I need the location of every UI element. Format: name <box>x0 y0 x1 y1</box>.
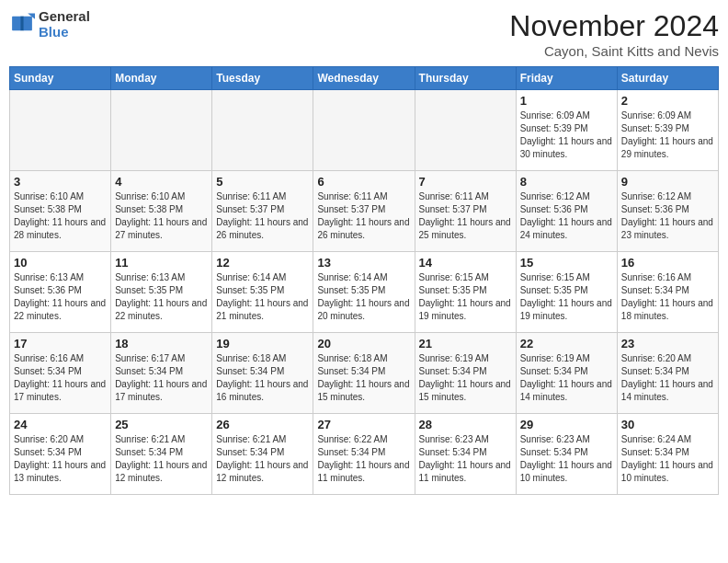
day-info: Sunrise: 6:13 AM Sunset: 5:36 PM Dayligh… <box>14 271 107 323</box>
calendar-table: SundayMondayTuesdayWednesdayThursdayFrid… <box>9 66 719 495</box>
day-info: Sunrise: 6:23 AM Sunset: 5:34 PM Dayligh… <box>520 433 613 485</box>
day-number: 21 <box>419 337 512 350</box>
calendar-week-row: 10Sunrise: 6:13 AM Sunset: 5:36 PM Dayli… <box>10 252 719 333</box>
calendar-day-cell: 11Sunrise: 6:13 AM Sunset: 5:35 PM Dayli… <box>111 252 212 333</box>
calendar-day-cell: 2Sunrise: 6:09 AM Sunset: 5:39 PM Daylig… <box>617 90 718 171</box>
day-info: Sunrise: 6:18 AM Sunset: 5:34 PM Dayligh… <box>317 352 410 404</box>
day-info: Sunrise: 6:12 AM Sunset: 5:36 PM Dayligh… <box>520 190 613 242</box>
day-number: 7 <box>419 175 512 189</box>
weekday-header: Tuesday <box>212 67 313 90</box>
day-number: 19 <box>216 337 309 350</box>
calendar-day-cell <box>111 90 212 171</box>
day-info: Sunrise: 6:21 AM Sunset: 5:34 PM Dayligh… <box>115 433 208 485</box>
day-number: 23 <box>621 337 714 350</box>
calendar-day-cell: 13Sunrise: 6:14 AM Sunset: 5:35 PM Dayli… <box>313 252 415 333</box>
day-info: Sunrise: 6:24 AM Sunset: 5:34 PM Dayligh… <box>621 433 714 485</box>
day-number: 4 <box>115 175 208 189</box>
calendar-day-cell <box>415 90 516 171</box>
calendar-week-row: 1Sunrise: 6:09 AM Sunset: 5:39 PM Daylig… <box>10 90 719 171</box>
day-number: 29 <box>520 418 613 431</box>
day-number: 9 <box>621 175 714 189</box>
day-info: Sunrise: 6:23 AM Sunset: 5:34 PM Dayligh… <box>419 433 512 485</box>
logo-general: General <box>39 9 90 25</box>
day-info: Sunrise: 6:14 AM Sunset: 5:35 PM Dayligh… <box>317 271 410 323</box>
day-number: 15 <box>520 256 613 270</box>
calendar-day-cell: 17Sunrise: 6:16 AM Sunset: 5:34 PM Dayli… <box>10 333 111 414</box>
calendar-day-cell: 6Sunrise: 6:11 AM Sunset: 5:37 PM Daylig… <box>313 171 415 252</box>
day-number: 25 <box>115 418 208 431</box>
calendar-day-cell: 22Sunrise: 6:19 AM Sunset: 5:34 PM Dayli… <box>516 333 617 414</box>
calendar-day-cell: 12Sunrise: 6:14 AM Sunset: 5:35 PM Dayli… <box>212 252 313 333</box>
calendar-day-cell: 20Sunrise: 6:18 AM Sunset: 5:34 PM Dayli… <box>313 333 415 414</box>
calendar-day-cell: 25Sunrise: 6:21 AM Sunset: 5:34 PM Dayli… <box>111 414 212 495</box>
day-info: Sunrise: 6:18 AM Sunset: 5:34 PM Dayligh… <box>216 352 309 404</box>
title-block: November 2024 Cayon, Saint Kitts and Nev… <box>509 9 719 59</box>
day-number: 11 <box>115 256 208 270</box>
calendar-day-cell: 10Sunrise: 6:13 AM Sunset: 5:36 PM Dayli… <box>10 252 111 333</box>
day-info: Sunrise: 6:20 AM Sunset: 5:34 PM Dayligh… <box>14 433 107 485</box>
day-info: Sunrise: 6:15 AM Sunset: 5:35 PM Dayligh… <box>520 271 613 323</box>
day-number: 5 <box>216 175 309 189</box>
calendar-week-row: 3Sunrise: 6:10 AM Sunset: 5:38 PM Daylig… <box>10 171 719 252</box>
day-info: Sunrise: 6:11 AM Sunset: 5:37 PM Dayligh… <box>419 190 512 242</box>
calendar-day-cell: 29Sunrise: 6:23 AM Sunset: 5:34 PM Dayli… <box>516 414 617 495</box>
day-info: Sunrise: 6:11 AM Sunset: 5:37 PM Dayligh… <box>317 190 410 242</box>
calendar-day-cell: 23Sunrise: 6:20 AM Sunset: 5:34 PM Dayli… <box>617 333 718 414</box>
day-number: 16 <box>621 256 714 270</box>
calendar-day-cell: 7Sunrise: 6:11 AM Sunset: 5:37 PM Daylig… <box>415 171 516 252</box>
calendar-day-cell: 16Sunrise: 6:16 AM Sunset: 5:34 PM Dayli… <box>617 252 718 333</box>
svg-rect-1 <box>12 16 22 30</box>
logo: General Blue <box>9 9 90 40</box>
calendar-day-cell: 15Sunrise: 6:15 AM Sunset: 5:35 PM Dayli… <box>516 252 617 333</box>
calendar-day-cell: 8Sunrise: 6:12 AM Sunset: 5:36 PM Daylig… <box>516 171 617 252</box>
calendar-week-row: 17Sunrise: 6:16 AM Sunset: 5:34 PM Dayli… <box>10 333 719 414</box>
calendar-day-cell: 1Sunrise: 6:09 AM Sunset: 5:39 PM Daylig… <box>516 90 617 171</box>
calendar-day-cell: 4Sunrise: 6:10 AM Sunset: 5:38 PM Daylig… <box>111 171 212 252</box>
day-number: 17 <box>14 337 107 350</box>
day-number: 28 <box>419 418 512 431</box>
calendar-day-cell <box>212 90 313 171</box>
calendar-day-cell: 19Sunrise: 6:18 AM Sunset: 5:34 PM Dayli… <box>212 333 313 414</box>
day-info: Sunrise: 6:22 AM Sunset: 5:34 PM Dayligh… <box>317 433 410 485</box>
day-info: Sunrise: 6:21 AM Sunset: 5:34 PM Dayligh… <box>216 433 309 485</box>
calendar-day-cell: 30Sunrise: 6:24 AM Sunset: 5:34 PM Dayli… <box>617 414 718 495</box>
weekday-header: Saturday <box>617 67 718 90</box>
day-number: 13 <box>317 256 410 270</box>
logo-text: General Blue <box>39 9 90 40</box>
calendar-week-row: 24Sunrise: 6:20 AM Sunset: 5:34 PM Dayli… <box>10 414 719 495</box>
day-number: 8 <box>520 175 613 189</box>
calendar-day-cell: 3Sunrise: 6:10 AM Sunset: 5:38 PM Daylig… <box>10 171 111 252</box>
calendar-day-cell: 9Sunrise: 6:12 AM Sunset: 5:36 PM Daylig… <box>617 171 718 252</box>
day-number: 1 <box>520 94 613 108</box>
day-info: Sunrise: 6:20 AM Sunset: 5:34 PM Dayligh… <box>621 352 714 404</box>
day-number: 20 <box>317 337 410 350</box>
day-number: 27 <box>317 418 410 431</box>
weekday-header: Monday <box>111 67 212 90</box>
calendar-day-cell: 27Sunrise: 6:22 AM Sunset: 5:34 PM Dayli… <box>313 414 415 495</box>
day-info: Sunrise: 6:09 AM Sunset: 5:39 PM Dayligh… <box>621 109 714 161</box>
calendar-day-cell <box>313 90 415 171</box>
calendar-day-cell: 26Sunrise: 6:21 AM Sunset: 5:34 PM Dayli… <box>212 414 313 495</box>
weekday-header: Sunday <box>10 67 111 90</box>
day-info: Sunrise: 6:11 AM Sunset: 5:37 PM Dayligh… <box>216 190 309 242</box>
svg-rect-2 <box>22 16 32 30</box>
day-number: 6 <box>317 175 410 189</box>
weekday-header: Friday <box>516 67 617 90</box>
day-number: 24 <box>14 418 107 431</box>
weekday-header-row: SundayMondayTuesdayWednesdayThursdayFrid… <box>10 67 719 90</box>
day-info: Sunrise: 6:12 AM Sunset: 5:36 PM Dayligh… <box>621 190 714 242</box>
day-info: Sunrise: 6:16 AM Sunset: 5:34 PM Dayligh… <box>14 352 107 404</box>
day-number: 26 <box>216 418 309 431</box>
calendar-day-cell: 21Sunrise: 6:19 AM Sunset: 5:34 PM Dayli… <box>415 333 516 414</box>
day-info: Sunrise: 6:17 AM Sunset: 5:34 PM Dayligh… <box>115 352 208 404</box>
day-number: 3 <box>14 175 107 189</box>
day-number: 30 <box>621 418 714 431</box>
calendar-day-cell: 14Sunrise: 6:15 AM Sunset: 5:35 PM Dayli… <box>415 252 516 333</box>
calendar-day-cell: 28Sunrise: 6:23 AM Sunset: 5:34 PM Dayli… <box>415 414 516 495</box>
day-info: Sunrise: 6:16 AM Sunset: 5:34 PM Dayligh… <box>621 271 714 323</box>
day-info: Sunrise: 6:10 AM Sunset: 5:38 PM Dayligh… <box>14 190 107 242</box>
page-header: General Blue November 2024 Cayon, Saint … <box>9 9 719 59</box>
day-info: Sunrise: 6:19 AM Sunset: 5:34 PM Dayligh… <box>419 352 512 404</box>
day-info: Sunrise: 6:13 AM Sunset: 5:35 PM Dayligh… <box>115 271 208 323</box>
day-number: 18 <box>115 337 208 350</box>
